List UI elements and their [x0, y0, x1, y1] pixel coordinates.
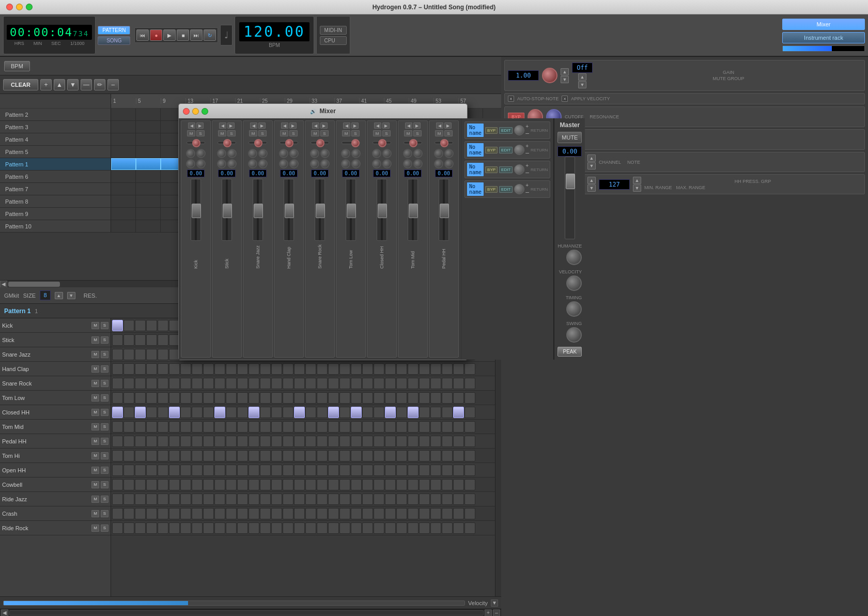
- step-button[interactable]: [260, 465, 271, 476]
- fx-plus-button[interactable]: +: [525, 163, 529, 168]
- step-button[interactable]: [283, 450, 293, 461]
- step-button[interactable]: [271, 363, 282, 375]
- step-button[interactable]: [192, 465, 203, 476]
- step-button[interactable]: [214, 450, 225, 461]
- pattern-cell[interactable]: [111, 158, 136, 170]
- step-button[interactable]: [237, 522, 248, 534]
- step-button[interactable]: [146, 508, 157, 519]
- step-button[interactable]: [146, 363, 157, 375]
- step-button[interactable]: [374, 378, 384, 389]
- ch-fader-handle[interactable]: [347, 204, 356, 218]
- solo-button[interactable]: S: [101, 380, 109, 387]
- step-button[interactable]: [158, 494, 168, 505]
- ch-arrow-left[interactable]: ◀: [374, 122, 381, 129]
- step-button[interactable]: [430, 465, 441, 476]
- step-button[interactable]: [464, 494, 475, 505]
- step-button[interactable]: [328, 479, 339, 490]
- solo-button[interactable]: S: [101, 394, 109, 402]
- step-button[interactable]: [305, 392, 316, 404]
- pan-knob-circle[interactable]: [316, 139, 324, 147]
- step-button[interactable]: [294, 378, 305, 389]
- step-button[interactable]: [294, 407, 305, 418]
- step-button[interactable]: [305, 421, 316, 433]
- ch-knob-3[interactable]: [372, 159, 381, 168]
- step-button[interactable]: [214, 494, 225, 505]
- step-button[interactable]: [249, 465, 259, 476]
- step-button[interactable]: [135, 436, 146, 447]
- velocity-knob[interactable]: [566, 275, 582, 291]
- solo-button[interactable]: S: [101, 481, 109, 488]
- step-button[interactable]: [464, 378, 475, 389]
- pattern-cell[interactable]: [136, 208, 161, 220]
- step-button[interactable]: [260, 450, 271, 461]
- step-button[interactable]: [260, 479, 271, 490]
- mute-button[interactable]: M: [91, 394, 99, 402]
- fx-plus-button[interactable]: +: [525, 143, 529, 149]
- step-button[interactable]: [442, 421, 453, 433]
- step-button[interactable]: [408, 494, 419, 505]
- ch-knob-1[interactable]: [434, 149, 443, 158]
- step-button[interactable]: [294, 522, 305, 534]
- fx-minus-button[interactable]: –: [525, 130, 529, 137]
- step-button[interactable]: [226, 392, 237, 404]
- step-button[interactable]: [249, 479, 259, 490]
- solo-button[interactable]: S: [101, 438, 109, 445]
- step-button[interactable]: [305, 436, 316, 447]
- step-button[interactable]: [146, 494, 157, 505]
- ch-arrow-left[interactable]: ◀: [312, 122, 319, 129]
- step-button[interactable]: [430, 479, 441, 490]
- step-button[interactable]: [146, 334, 157, 346]
- step-button[interactable]: [260, 494, 271, 505]
- step-button[interactable]: [112, 522, 123, 534]
- gain-knob[interactable]: [542, 68, 557, 83]
- step-button[interactable]: [158, 378, 168, 389]
- step-button[interactable]: [135, 363, 146, 375]
- step-button[interactable]: [362, 479, 373, 490]
- step-button[interactable]: [464, 522, 475, 534]
- step-button[interactable]: [169, 479, 180, 490]
- peak-button[interactable]: PEAK: [557, 347, 582, 357]
- fast-forward-button[interactable]: ⏭: [190, 29, 203, 41]
- step-button[interactable]: [135, 465, 146, 476]
- pattern-cell[interactable]: [111, 195, 136, 207]
- step-button[interactable]: [442, 494, 453, 505]
- step-button[interactable]: [328, 465, 339, 476]
- step-button[interactable]: [112, 334, 123, 346]
- ch-knob-1[interactable]: [248, 149, 257, 158]
- step-button[interactable]: [192, 421, 203, 433]
- step-button[interactable]: [260, 407, 271, 418]
- pattern-name-cell[interactable]: Pattern 9: [0, 208, 111, 220]
- step-button[interactable]: [283, 436, 293, 447]
- move-up-button[interactable]: ▲: [54, 79, 65, 90]
- step-button[interactable]: [135, 421, 146, 433]
- pattern-cell[interactable]: [136, 121, 161, 133]
- step-button[interactable]: [317, 421, 328, 433]
- step-button[interactable]: [351, 378, 362, 389]
- drum-vscrollbar[interactable]: [495, 318, 501, 596]
- ch-knob-1[interactable]: [403, 149, 412, 158]
- solo-button[interactable]: S: [101, 365, 109, 373]
- step-button[interactable]: [464, 508, 475, 519]
- step-button[interactable]: [294, 465, 305, 476]
- step-button[interactable]: [305, 450, 316, 461]
- step-button[interactable]: [158, 334, 168, 346]
- step-button[interactable]: [237, 465, 248, 476]
- step-button[interactable]: [339, 421, 350, 433]
- bpm-inner-button[interactable]: BPM: [4, 61, 30, 71]
- step-button[interactable]: [374, 465, 384, 476]
- master-mute-button[interactable]: MUTE: [557, 132, 582, 143]
- size-down-button[interactable]: ▼: [67, 292, 75, 299]
- step-button[interactable]: [226, 450, 237, 461]
- maximize-button[interactable]: [26, 4, 33, 10]
- step-button[interactable]: [146, 320, 157, 331]
- max-range-up[interactable]: ▲: [633, 177, 641, 184]
- step-button[interactable]: [430, 378, 441, 389]
- pattern-cell[interactable]: [111, 121, 136, 133]
- step-button[interactable]: [135, 378, 146, 389]
- step-button[interactable]: [123, 407, 134, 418]
- step-button[interactable]: [192, 363, 203, 375]
- step-button[interactable]: [123, 363, 134, 375]
- step-button[interactable]: [192, 494, 203, 505]
- pattern-button[interactable]: PATTERN: [98, 26, 130, 35]
- step-button[interactable]: [294, 363, 305, 375]
